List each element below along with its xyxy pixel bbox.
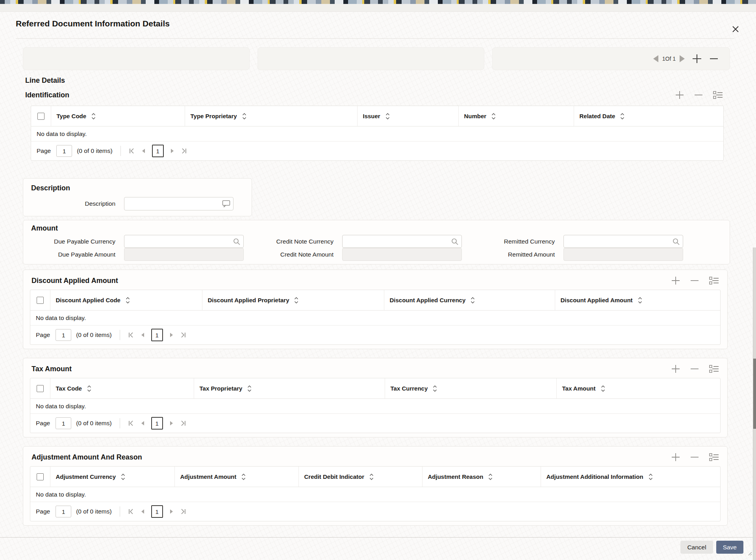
discount-column-options-button[interactable] [709, 277, 719, 285]
first-page-button[interactable] [129, 148, 135, 154]
identification-header: Identification [25, 91, 723, 99]
select-all-checkbox[interactable] [37, 113, 44, 120]
col-type-code[interactable]: Type Code [51, 106, 185, 127]
col-issuer[interactable]: Issuer [357, 106, 458, 127]
identification-column-options-button[interactable] [713, 91, 723, 99]
close-button[interactable] [730, 24, 741, 35]
sort-icon [369, 473, 374, 480]
add-record-button[interactable] [692, 54, 702, 64]
col-discount-currency[interactable]: Discount Applied Currency [384, 290, 555, 311]
search-icon[interactable] [233, 238, 241, 246]
items-count: (0 of 0 items) [77, 147, 112, 154]
page-number-input[interactable] [56, 145, 72, 157]
description-input[interactable] [124, 197, 233, 210]
col-discount-proprietary[interactable]: Discount Applied Proprietary [202, 290, 384, 311]
checklist-icon [709, 365, 719, 373]
col-number[interactable]: Number [458, 106, 574, 127]
next-page-button[interactable] [170, 148, 175, 154]
col-discount-amount[interactable]: Discount Applied Amount [555, 290, 720, 311]
sort-icon [488, 473, 493, 480]
comment-bubble-icon[interactable] [222, 200, 230, 208]
referred-document-dialog: Referred Document Information Details 1O… [0, 0, 756, 560]
col-tax-amount[interactable]: Tax Amount [556, 378, 720, 399]
identification-header-row: Type Code Type Proprietary Issuer Number… [31, 106, 723, 127]
resize-grip-icon[interactable] [747, 551, 752, 556]
page-number-input[interactable] [56, 329, 71, 341]
credit-note-currency-input[interactable] [342, 235, 462, 248]
adjustment-table: Adjustment Currency Adjustment Amount Cr… [30, 466, 721, 521]
remitted-amount-input[interactable] [563, 248, 683, 261]
previous-page-button[interactable] [140, 332, 145, 338]
discount-remove-row-button[interactable] [690, 276, 699, 285]
current-page-indicator[interactable]: 1 [151, 505, 163, 518]
current-page-indicator[interactable]: 1 [151, 329, 163, 341]
next-page-button[interactable] [169, 420, 174, 426]
adjustment-pagination: Page (0 of 0 items) 1 [30, 502, 720, 521]
next-page-icon [169, 509, 174, 514]
first-page-icon [128, 420, 134, 426]
tax-add-row-button[interactable] [671, 365, 680, 373]
record-prev-icon[interactable] [653, 55, 658, 62]
remitted-currency-label: Remitted Currency [462, 238, 563, 245]
page-number-input[interactable] [56, 506, 71, 517]
vertical-scrollbar[interactable] [753, 247, 756, 560]
due-payable-amount-input[interactable] [124, 248, 244, 261]
remove-record-button[interactable] [709, 54, 719, 64]
col-adjustment-reason[interactable]: Adjustment Reason [422, 467, 541, 487]
last-page-button[interactable] [180, 420, 186, 426]
record-next-icon[interactable] [680, 55, 685, 62]
col-tax-code[interactable]: Tax Code [50, 378, 194, 399]
col-adjustment-currency[interactable]: Adjustment Currency [50, 467, 174, 487]
page-number-input[interactable] [56, 417, 71, 429]
current-page-indicator[interactable]: 1 [152, 145, 164, 157]
last-page-button[interactable] [181, 148, 187, 154]
last-page-icon [181, 148, 187, 154]
save-button[interactable]: Save [716, 541, 743, 554]
discount-header-row: Discount Applied Code Discount Applied P… [30, 290, 720, 311]
next-page-button[interactable] [169, 332, 174, 338]
cancel-button[interactable]: Cancel [680, 541, 713, 554]
col-tax-proprietary[interactable]: Tax Proprietary [194, 378, 385, 399]
first-page-button[interactable] [128, 509, 134, 514]
first-page-button[interactable] [128, 420, 134, 426]
tax-remove-row-button[interactable] [690, 365, 699, 373]
col-related-date[interactable]: Related Date [574, 106, 723, 127]
remitted-amount-label: Remitted Amount [462, 251, 563, 258]
col-tax-currency[interactable]: Tax Currency [385, 378, 556, 399]
select-all-checkbox[interactable] [37, 297, 44, 304]
discount-add-row-button[interactable] [671, 276, 680, 285]
sort-icon [491, 113, 496, 120]
close-icon [732, 25, 739, 33]
last-page-button[interactable] [180, 332, 186, 338]
due-payable-amount-label: Due Payable Amount [31, 251, 124, 258]
first-page-button[interactable] [128, 332, 134, 338]
col-discount-code[interactable]: Discount Applied Code [50, 290, 202, 311]
col-credit-debit-indicator[interactable]: Credit Debit Indicator [298, 467, 422, 487]
previous-page-button[interactable] [140, 509, 145, 514]
previous-page-button[interactable] [141, 148, 146, 154]
credit-note-amount-input[interactable] [342, 248, 462, 261]
description-section: Description Description [23, 178, 252, 216]
next-page-icon [169, 332, 174, 338]
next-page-button[interactable] [169, 509, 174, 514]
adjustment-add-row-button[interactable] [671, 453, 680, 461]
remitted-currency-input[interactable] [563, 235, 683, 248]
identification-remove-row-button[interactable] [694, 91, 703, 99]
sort-icon [638, 297, 642, 304]
previous-page-button[interactable] [140, 420, 145, 426]
search-icon[interactable] [672, 238, 680, 246]
tax-column-options-button[interactable] [709, 365, 719, 373]
select-all-checkbox[interactable] [37, 473, 44, 480]
adjustment-remove-row-button[interactable] [690, 453, 699, 461]
col-type-proprietary[interactable]: Type Proprietary [185, 106, 357, 127]
current-page-indicator[interactable]: 1 [151, 417, 163, 430]
last-page-button[interactable] [180, 509, 186, 514]
select-all-checkbox[interactable] [37, 385, 44, 392]
col-adjustment-amount[interactable]: Adjustment Amount [174, 467, 298, 487]
due-payable-currency-input[interactable] [124, 235, 244, 248]
adjustment-column-options-button[interactable] [709, 453, 719, 461]
identification-add-row-button[interactable] [675, 91, 684, 99]
scrollbar-thumb[interactable] [753, 359, 756, 429]
search-icon[interactable] [451, 238, 459, 246]
col-adjustment-additional-information[interactable]: Adjustment Additional Information [541, 467, 720, 487]
